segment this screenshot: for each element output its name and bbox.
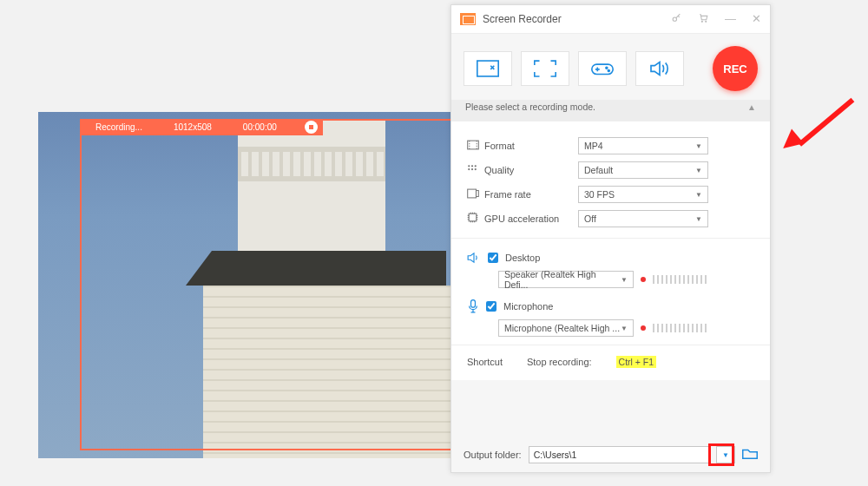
minimize-button[interactable]: — bbox=[725, 12, 736, 26]
gpu-label: GPU acceleration bbox=[484, 213, 578, 224]
record-button[interactable]: REC bbox=[713, 46, 758, 91]
gpu-icon bbox=[467, 212, 484, 226]
mode-game-button[interactable] bbox=[578, 51, 627, 86]
mode-fullscreen-button[interactable] bbox=[521, 51, 569, 86]
recording-status-bar[interactable]: Recording... 1012x508 00:00:00 bbox=[80, 119, 323, 135]
quality-label: Quality bbox=[484, 165, 578, 175]
video-settings-panel: Format MP4▼ Quality Default▼ Frame rate … bbox=[451, 121, 770, 239]
mode-audio-button[interactable] bbox=[635, 51, 684, 86]
shortcut-keys: Ctrl + F1 bbox=[616, 356, 657, 368]
svg-point-8 bbox=[468, 165, 470, 167]
svg-point-6 bbox=[608, 69, 609, 71]
recording-status-text: Recording... bbox=[80, 122, 158, 132]
microphone-icon bbox=[467, 299, 479, 313]
app-logo-icon bbox=[460, 13, 476, 25]
browse-folder-button[interactable] bbox=[742, 448, 758, 462]
shortcut-row: Shortcut Stop recording: Ctrl + F1 bbox=[451, 345, 770, 380]
cart-icon[interactable] bbox=[698, 12, 709, 26]
format-label: Format bbox=[484, 141, 578, 151]
desktop-level-meter bbox=[653, 275, 707, 284]
svg-point-2 bbox=[706, 21, 707, 22]
svg-point-1 bbox=[701, 21, 702, 22]
desktop-audio-checkbox[interactable] bbox=[488, 253, 498, 263]
output-folder-input[interactable] bbox=[529, 446, 709, 463]
svg-rect-3 bbox=[477, 61, 498, 76]
gpu-select[interactable]: Off▼ bbox=[578, 210, 708, 227]
quality-icon bbox=[467, 164, 484, 177]
svg-point-5 bbox=[606, 67, 608, 69]
svg-rect-4 bbox=[592, 64, 613, 74]
mode-hint-text: Please select a recording mode. bbox=[465, 102, 595, 112]
framerate-label: Frame rate bbox=[484, 189, 578, 200]
mode-hint-row: Please select a recording mode. ▲ bbox=[451, 100, 770, 121]
framerate-select[interactable]: 30 FPS▼ bbox=[578, 186, 708, 203]
stop-recording-button[interactable] bbox=[305, 121, 318, 134]
svg-point-12 bbox=[471, 167, 473, 169]
microphone-checkbox[interactable] bbox=[486, 301, 496, 312]
output-history-dropdown[interactable]: ▼ bbox=[716, 446, 735, 463]
svg-rect-7 bbox=[468, 141, 479, 149]
svg-point-9 bbox=[471, 165, 473, 167]
microphone-level-meter bbox=[653, 324, 707, 332]
speaker-icon bbox=[467, 252, 481, 264]
recording-resolution: 1012x508 bbox=[158, 122, 227, 132]
svg-point-11 bbox=[468, 167, 470, 169]
titlebar[interactable]: Screen Recorder — ✕ bbox=[451, 5, 770, 34]
desktop-audio-label: Desktop bbox=[505, 253, 540, 263]
output-folder-row: Output folder: ▼ bbox=[451, 437, 770, 472]
key-icon[interactable] bbox=[671, 12, 682, 26]
output-folder-label: Output folder: bbox=[464, 450, 522, 460]
screen-recorder-window: Screen Recorder — ✕ REC Please select a … bbox=[450, 4, 771, 473]
desktop-mute-indicator[interactable] bbox=[641, 277, 646, 282]
mode-region-button[interactable] bbox=[464, 51, 512, 86]
svg-rect-14 bbox=[468, 189, 477, 198]
format-icon bbox=[467, 140, 484, 153]
close-button[interactable]: ✕ bbox=[752, 12, 761, 26]
mode-toolbar: REC bbox=[451, 34, 770, 100]
svg-rect-15 bbox=[477, 190, 479, 196]
svg-point-0 bbox=[673, 17, 676, 21]
desktop-device-select[interactable]: Speaker (Realtek High Defi...▼ bbox=[498, 271, 634, 288]
format-select[interactable]: MP4▼ bbox=[578, 137, 708, 154]
audio-settings-panel: Desktop Speaker (Realtek High Defi...▼ M… bbox=[451, 239, 770, 345]
record-button-label: REC bbox=[723, 62, 746, 76]
collapse-chevron-icon[interactable]: ▲ bbox=[747, 102, 756, 112]
recording-timer: 00:00:00 bbox=[227, 122, 293, 132]
quality-select[interactable]: Default▼ bbox=[578, 161, 708, 179]
svg-point-13 bbox=[475, 167, 477, 169]
microphone-device-select[interactable]: Microphone (Realtek High ...▼ bbox=[498, 319, 634, 337]
svg-rect-16 bbox=[469, 213, 477, 221]
microphone-label: Microphone bbox=[503, 301, 553, 312]
shortcut-label: Shortcut bbox=[467, 357, 503, 367]
framerate-icon bbox=[467, 188, 484, 201]
svg-rect-17 bbox=[471, 300, 476, 308]
microphone-mute-indicator[interactable] bbox=[641, 325, 646, 331]
window-title: Screen Recorder bbox=[483, 13, 562, 25]
shortcut-action-label: Stop recording: bbox=[527, 357, 592, 367]
svg-point-10 bbox=[475, 165, 477, 167]
